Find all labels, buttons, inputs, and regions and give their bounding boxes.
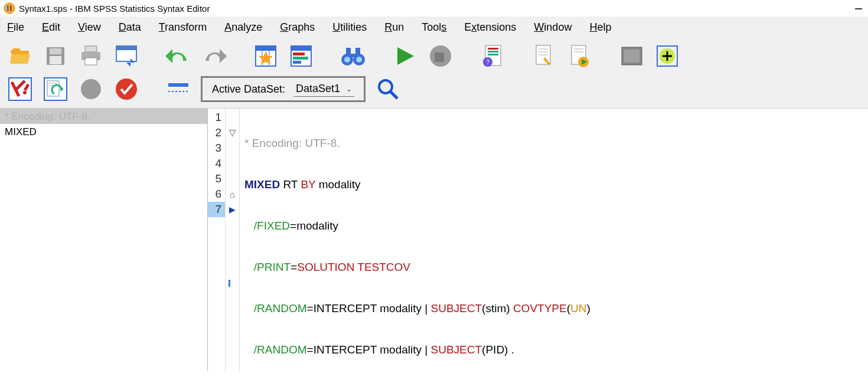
code-text: modality bbox=[315, 178, 360, 191]
svg-point-64 bbox=[116, 78, 137, 100]
svg-rect-19 bbox=[293, 57, 308, 60]
menu-window[interactable]: Window bbox=[534, 21, 572, 34]
code-subcommand: /RANDOM bbox=[254, 343, 307, 356]
svg-rect-65 bbox=[168, 83, 188, 87]
circle-gray-icon bbox=[79, 77, 103, 101]
open-button[interactable] bbox=[7, 43, 33, 69]
code-text: =modality bbox=[290, 220, 338, 232]
comment-toggle-button[interactable] bbox=[7, 76, 33, 102]
minimize-button[interactable]: ‒ bbox=[853, 5, 864, 11]
redo-button[interactable] bbox=[201, 43, 227, 69]
code-keyword: SOLUTION TESTCOV bbox=[297, 261, 410, 273]
svg-rect-5 bbox=[50, 56, 61, 64]
menu-data[interactable]: Data bbox=[119, 21, 141, 34]
code-text: (stim) bbox=[482, 302, 513, 315]
print-icon bbox=[79, 45, 103, 67]
svg-rect-23 bbox=[346, 48, 351, 55]
active-dataset-dropdown[interactable]: DataSet1 ⌄ bbox=[293, 81, 354, 97]
svg-rect-2 bbox=[10, 5, 12, 11]
syntax-editor[interactable]: 1 2 3 4 5 6 7 ▽ ⌂ ▶ ••• * Encoding: UTF-… bbox=[208, 109, 868, 371]
plus-circle-icon bbox=[655, 44, 679, 68]
svg-rect-17 bbox=[291, 46, 311, 51]
code-keyword: COVTYPE bbox=[513, 302, 567, 315]
menu-view[interactable]: View bbox=[78, 21, 101, 34]
preview-button[interactable] bbox=[619, 43, 645, 69]
recall-dialog-button[interactable] bbox=[113, 43, 139, 69]
svg-rect-12 bbox=[256, 46, 276, 51]
svg-rect-20 bbox=[293, 61, 301, 64]
save-button[interactable] bbox=[43, 43, 68, 69]
main-area: * Encoding: UTF-8. MIXED 1 2 3 4 5 6 7 ▽… bbox=[0, 108, 868, 371]
menu-file[interactable]: File bbox=[7, 21, 24, 34]
range-bottom-icon: ⌂ bbox=[230, 189, 235, 199]
svg-point-27 bbox=[356, 57, 362, 63]
help-doc-button[interactable]: ? bbox=[479, 43, 505, 69]
marker-column: ▽ ⌂ ▶ ••• bbox=[226, 109, 240, 371]
undo-icon bbox=[165, 45, 191, 67]
edit-doc-button[interactable] bbox=[531, 43, 557, 69]
nav-item-mixed[interactable]: MIXED bbox=[0, 124, 207, 140]
svg-marker-30 bbox=[435, 53, 444, 62]
svg-line-68 bbox=[390, 91, 397, 99]
code-text: =INTERCEPT modality | bbox=[307, 302, 431, 315]
svg-rect-6 bbox=[85, 46, 97, 52]
menu-analyze[interactable]: Analyze bbox=[224, 21, 262, 34]
search-button[interactable] bbox=[375, 76, 401, 102]
menu-run[interactable]: Run bbox=[384, 21, 404, 34]
code-text: (PID) . bbox=[482, 343, 514, 356]
menu-utilities[interactable]: Utilities bbox=[332, 21, 367, 34]
binoculars-icon bbox=[340, 45, 366, 67]
line-gutter: 1 2 3 4 5 6 7 bbox=[208, 109, 226, 371]
svg-rect-24 bbox=[355, 48, 360, 55]
menu-edit[interactable]: Edit bbox=[42, 21, 60, 34]
breakpoint-off-button[interactable] bbox=[78, 76, 104, 102]
navigation-pane[interactable]: * Encoding: UTF-8. MIXED bbox=[0, 109, 208, 371]
splitter-handle-icon[interactable]: ••• bbox=[228, 280, 231, 287]
stop-button[interactable] bbox=[428, 43, 453, 69]
svg-point-26 bbox=[344, 57, 350, 63]
redo-icon bbox=[201, 45, 227, 67]
save-icon bbox=[45, 45, 66, 67]
run-doc-button[interactable] bbox=[567, 43, 593, 69]
menu-extensions[interactable]: Extensions bbox=[464, 21, 516, 34]
menu-transform[interactable]: Transform bbox=[159, 21, 207, 34]
split-icon bbox=[166, 78, 191, 100]
code-comment: * Encoding: UTF-8. bbox=[244, 137, 340, 149]
new-button[interactable] bbox=[654, 43, 680, 69]
search-icon bbox=[376, 77, 400, 101]
svg-rect-34 bbox=[488, 54, 498, 55]
code-text: = bbox=[291, 261, 297, 273]
code-keyword: BY bbox=[301, 178, 315, 191]
svg-rect-53 bbox=[9, 78, 31, 100]
current-line-arrow-icon: ▶ bbox=[229, 205, 236, 214]
code-subcommand: /FIXED bbox=[254, 220, 290, 232]
code-area[interactable]: * Encoding: UTF-8. MIXED RT BY modality … bbox=[240, 109, 868, 371]
nav-header: * Encoding: UTF-8. bbox=[0, 109, 207, 124]
syntax-check-button[interactable] bbox=[43, 76, 68, 102]
doc-pencil-icon bbox=[534, 44, 555, 68]
menu-graphs[interactable]: Graphs bbox=[280, 21, 315, 34]
code-text: =INTERCEPT modality | bbox=[307, 343, 431, 356]
rect-icon bbox=[620, 45, 644, 67]
svg-point-67 bbox=[379, 80, 392, 93]
print-button[interactable] bbox=[78, 43, 104, 69]
svg-rect-48 bbox=[624, 50, 639, 63]
run-selection-button[interactable] bbox=[392, 43, 418, 69]
variables-button[interactable] bbox=[288, 43, 314, 69]
goto-case-button[interactable] bbox=[253, 43, 279, 69]
code-text: ) bbox=[586, 302, 590, 315]
split-button[interactable] bbox=[165, 76, 191, 102]
svg-rect-4 bbox=[50, 48, 61, 54]
menubar: File Edit View Data Transform Analyze Gr… bbox=[0, 17, 868, 40]
grid-bars-icon bbox=[289, 44, 313, 68]
validate-button[interactable] bbox=[113, 76, 139, 102]
undo-button[interactable] bbox=[165, 43, 191, 69]
play-icon bbox=[394, 45, 416, 67]
find-button[interactable] bbox=[340, 43, 366, 69]
active-dataset-selector[interactable]: Active DataSet: DataSet1 ⌄ bbox=[201, 76, 366, 102]
menu-help[interactable]: Help bbox=[589, 21, 611, 34]
line-number: 1 bbox=[208, 110, 225, 125]
line-number: 3 bbox=[208, 140, 225, 156]
active-dataset-label: Active DataSet: bbox=[212, 83, 285, 96]
menu-tools[interactable]: Tools bbox=[422, 21, 446, 34]
